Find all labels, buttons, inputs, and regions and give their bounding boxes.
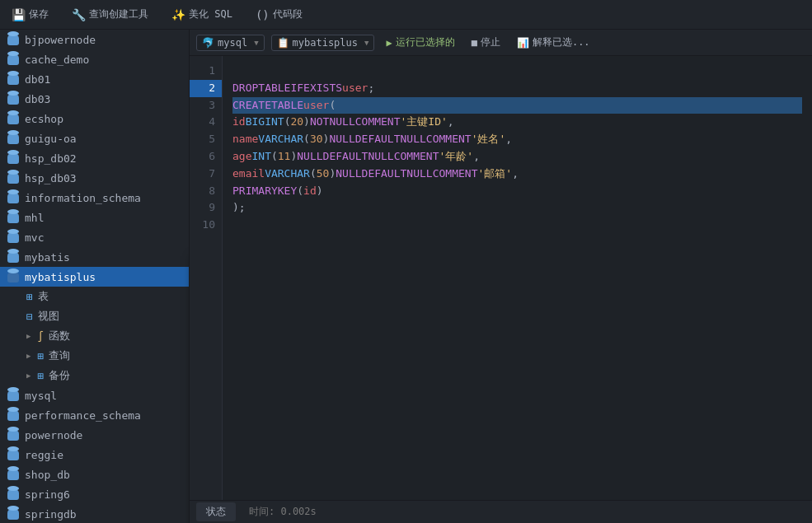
query-tool-button[interactable]: 🔧 查询创建工具: [67, 6, 153, 23]
db-cylinder-icon: [7, 53, 20, 66]
db-cylinder-icon: [7, 191, 20, 204]
db-cylinder-icon: [7, 171, 20, 184]
mysql-icon: 🐬: [202, 37, 214, 49]
sidebar-subitem-table[interactable]: ⊞ 表: [0, 287, 189, 306]
code-line-8: );: [232, 199, 802, 217]
sidebar-item-spring6[interactable]: spring6: [0, 484, 189, 504]
db-cylinder-icon: [7, 468, 20, 481]
top-toolbar: 💾 保存 🔧 查询创建工具 ✨ 美化 SQL () 代码段: [0, 0, 812, 30]
run-selected-button[interactable]: ▶ 运行已选择的: [381, 34, 459, 51]
editor-area: 🐬 mysql ▼ 📋 mybatisplus ▼ ▶ 运行已选择的 ■ 停止 …: [190, 30, 812, 523]
db-cylinder-icon: [7, 112, 20, 125]
db-cylinder-icon: [7, 33, 20, 46]
mybatisplus-db-selector[interactable]: 📋 mybatisplus ▼: [271, 35, 375, 51]
explain-icon: 📊: [517, 37, 529, 49]
db-cylinder-icon: [7, 428, 20, 441]
stop-icon: ■: [472, 37, 477, 49]
sidebar-item-springdb[interactable]: springdb: [0, 504, 189, 523]
sidebar-item-performance-schema[interactable]: performance_schema: [0, 405, 189, 425]
query-icon: ⊞: [37, 350, 44, 362]
sidebar-subitem-backup[interactable]: ▶ ⊞ 备份: [0, 366, 189, 385]
sidebar-item-mysql[interactable]: mysql: [0, 385, 189, 405]
db-cylinder-icon: [7, 409, 20, 422]
code-content[interactable]: DROP TABLE IF EXISTS user; CREATE TABLE …: [223, 56, 812, 500]
expand-arrow-icon: ▶: [26, 332, 31, 340]
sidebar-item-db01[interactable]: db01: [0, 69, 189, 89]
query-tool-icon: 🔧: [72, 8, 86, 21]
sidebar-item-powernode[interactable]: powernode: [0, 425, 189, 445]
sidebar-item-db03[interactable]: db03: [0, 89, 189, 109]
code-line-7: PRIMARY KEY (id): [232, 183, 802, 200]
sidebar-item-shop-db[interactable]: shop_db: [0, 465, 189, 484]
sidebar-item-reggie[interactable]: reggie: [0, 445, 189, 465]
sidebar-item-hsp-db02[interactable]: hsp_db02: [0, 148, 189, 168]
chevron-down-icon: ▼: [254, 39, 258, 47]
sidebar-item-guigu-oa[interactable]: guigu-oa: [0, 128, 189, 148]
code-line-4: name VARCHAR(30) NULL DEFAULT NULL COMME…: [232, 131, 802, 148]
db-cylinder-icon: [7, 132, 20, 145]
db-cylinder-icon: [7, 92, 20, 105]
db-cylinder-icon: [7, 488, 20, 501]
chevron-down-icon-2: ▼: [364, 39, 368, 47]
db-cylinder-icon: [7, 507, 20, 521]
status-bar: 状态 时间: 0.002s: [190, 500, 812, 523]
beautify-sql-button[interactable]: ✨ 美化 SQL: [167, 6, 237, 23]
main-area: bjpowernode cache_demo db01 db03 ecshop …: [0, 30, 812, 523]
run-icon: ▶: [386, 37, 392, 49]
sidebar-item-information-schema[interactable]: information_schema: [0, 188, 189, 208]
sidebar-item-cache-demo[interactable]: cache_demo: [0, 49, 189, 69]
db-cylinder-icon: [7, 152, 20, 165]
sidebar-item-ecshop[interactable]: ecshop: [0, 109, 189, 128]
line-numbers: 1 2 3 4 5 6 7 8 9 10: [190, 56, 223, 500]
code-line-5: age INT(11) NULL DEFAULT NULL COMMENT '年…: [232, 148, 802, 166]
code-segment-button[interactable]: () 代码段: [251, 6, 307, 23]
stop-button[interactable]: ■ 停止: [467, 34, 505, 51]
sidebar: bjpowernode cache_demo db01 db03 ecshop …: [0, 30, 190, 523]
sidebar-item-mhl[interactable]: mhl: [0, 208, 189, 227]
db-cylinder-icon: [7, 389, 20, 402]
func-icon: ∫: [37, 330, 44, 343]
code-icon: (): [256, 8, 270, 21]
backup-icon: ⊞: [37, 370, 44, 382]
sidebar-item-mvc[interactable]: mvc: [0, 227, 189, 247]
sidebar-item-mybatisplus[interactable]: mybatisplus: [0, 267, 189, 287]
save-button[interactable]: 💾 保存: [7, 6, 54, 23]
query-toolbar: 🐬 mysql ▼ 📋 mybatisplus ▼ ▶ 运行已选择的 ■ 停止 …: [190, 30, 812, 56]
table-icon: 📋: [277, 37, 289, 49]
sidebar-subitem-function[interactable]: ▶ ∫ 函数: [0, 326, 189, 346]
code-line-2: CREATE TABLE user(: [232, 97, 802, 114]
beautify-icon: ✨: [171, 8, 185, 21]
db-cylinder-icon: [7, 250, 20, 264]
code-line-1: DROP TABLE IF EXISTS user;: [232, 80, 802, 97]
sidebar-item-bjpowernode[interactable]: bjpowernode: [0, 30, 189, 49]
grid-icon: ⊞: [26, 291, 33, 303]
db-cylinder-icon: [7, 448, 20, 461]
db-cylinder-icon: [7, 72, 20, 86]
sidebar-subitem-query[interactable]: ▶ ⊞ 查询: [0, 346, 189, 366]
save-icon: 💾: [12, 8, 26, 21]
mysql-db-selector[interactable]: 🐬 mysql ▼: [196, 35, 265, 51]
db-cylinder-icon-active: [7, 270, 20, 283]
db-cylinder-icon: [7, 231, 20, 244]
view-icon: ⊟: [26, 311, 33, 323]
sidebar-item-hsp-db03[interactable]: hsp_db03: [0, 168, 189, 188]
status-tab[interactable]: 状态: [196, 502, 236, 521]
expand-arrow-icon: ▶: [26, 371, 31, 380]
code-line-6: email VARCHAR(50) NULL DEFAULT NULL COMM…: [232, 166, 802, 183]
expand-arrow-icon: ▶: [26, 352, 31, 360]
code-line-3: id BIGINT(20) NOT NULL COMMENT '主键ID',: [232, 114, 802, 131]
db-cylinder-icon: [7, 211, 20, 224]
sidebar-item-mybatis[interactable]: mybatis: [0, 247, 189, 267]
code-editor[interactable]: 1 2 3 4 5 6 7 8 9 10 DROP TABLE IF EXIST…: [190, 56, 812, 500]
sidebar-subitem-view[interactable]: ⊟ 视图: [0, 306, 189, 326]
explain-button[interactable]: 📊 解释已选...: [512, 34, 595, 51]
status-time: 时间: 0.002s: [249, 505, 317, 519]
